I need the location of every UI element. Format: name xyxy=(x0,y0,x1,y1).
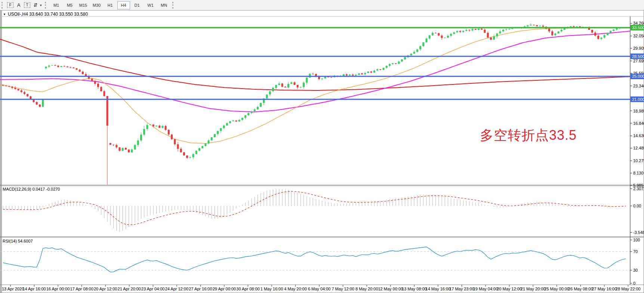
candle-body xyxy=(208,141,210,144)
candle-body xyxy=(478,29,480,30)
candle-body xyxy=(281,83,283,87)
dropdown-caret-icon[interactable]: ▾ xyxy=(40,3,42,7)
time-axis-label: 21 May 20:00 xyxy=(521,287,546,291)
candle-body xyxy=(349,75,351,75)
candle-body xyxy=(487,33,489,38)
font-tool-icon[interactable]: A xyxy=(15,1,22,9)
candle-body xyxy=(48,66,50,67)
candle-body xyxy=(275,85,277,88)
timeframe-button-m15[interactable]: M15 xyxy=(77,1,90,9)
candle-body xyxy=(413,52,415,54)
candle-body xyxy=(134,145,136,149)
toolbar-end-drag-handle[interactable] xyxy=(172,2,175,9)
timeframe-button-h4[interactable]: H4 xyxy=(117,1,130,9)
candle-body xyxy=(36,102,38,105)
candle-body xyxy=(284,87,286,87)
candle-body xyxy=(189,157,191,158)
candle-body xyxy=(346,74,348,75)
time-axis-label: 14 May 16:00 xyxy=(426,287,451,291)
candle-body xyxy=(241,118,243,120)
time-axis-label: 1 May 16:00 xyxy=(261,287,283,291)
candle-body xyxy=(143,129,145,135)
symbol-ohlc-header: ▼ USOil-,H4 33.640 33.740 33.550 33.580 xyxy=(3,12,88,17)
candle-body xyxy=(161,126,163,128)
candle-body xyxy=(364,73,366,74)
candle-body xyxy=(484,30,486,33)
candle-body xyxy=(220,128,222,131)
candle-body xyxy=(303,83,305,87)
timeframe-button-m30[interactable]: M30 xyxy=(90,1,103,9)
chart-annotation-text: 多空转折点33.5 xyxy=(480,126,577,145)
timeframe-button-w1[interactable]: W1 xyxy=(144,1,157,9)
candle-body xyxy=(70,67,71,68)
candle-body xyxy=(177,144,179,149)
timeframe-button-m1[interactable]: M1 xyxy=(50,1,63,9)
timeframe-group-drag-handle[interactable] xyxy=(45,2,47,9)
candle-body xyxy=(551,31,553,35)
timeframe-button-d1[interactable]: D1 xyxy=(131,1,144,9)
macd-tick-label: 2.3072 xyxy=(633,186,644,191)
price-line-label: 25.000 xyxy=(632,74,644,78)
rsi-tick-label: 70 xyxy=(633,249,638,254)
timeframe-button-h1[interactable]: H1 xyxy=(104,1,117,9)
candle-body xyxy=(600,38,602,39)
text-label-tool-icon[interactable]: T xyxy=(24,2,30,8)
candle-body xyxy=(272,88,274,91)
time-axis-label: 8 May 20:00 xyxy=(355,287,378,291)
timeframe-button-mn[interactable]: MN xyxy=(158,1,170,9)
time-axis-label: 23 Apr 04:00 xyxy=(141,287,164,291)
candle-body xyxy=(180,149,182,152)
candle-body xyxy=(511,28,513,29)
candle-body xyxy=(392,63,394,64)
candle-body xyxy=(11,87,13,88)
price-tick-label: 8.130 xyxy=(633,171,644,175)
price-line-label: 28.500 xyxy=(632,54,644,59)
timeframe-button-m5[interactable]: M5 xyxy=(64,1,76,9)
arrange-icon[interactable]: ⇵ xyxy=(32,1,39,9)
price-line-label: 33.500 xyxy=(632,25,644,30)
candle-body xyxy=(321,78,323,79)
candle-body xyxy=(447,36,449,38)
candle-body xyxy=(607,33,608,35)
candle-body xyxy=(462,31,464,32)
candle-body xyxy=(18,89,19,90)
candle-body xyxy=(432,33,434,36)
candle-body xyxy=(125,148,127,150)
candle-body xyxy=(229,121,231,123)
candle-body xyxy=(490,37,492,40)
candle-body xyxy=(39,105,41,107)
macd-tick-label: -3.5484 xyxy=(633,230,644,235)
candle-body xyxy=(502,30,504,31)
candle-body xyxy=(278,83,280,85)
candle-body xyxy=(570,26,571,27)
candle-body xyxy=(251,111,253,113)
candle-body xyxy=(398,62,400,64)
candle-body xyxy=(306,78,308,83)
candle-body xyxy=(223,126,225,128)
candle-body xyxy=(100,87,102,91)
candle-body xyxy=(165,126,167,130)
candle-body xyxy=(410,54,412,56)
candle-body xyxy=(152,124,154,126)
candle-body xyxy=(548,29,550,31)
toolbar-drag-handle[interactable] xyxy=(1,2,4,9)
candle-body xyxy=(597,36,599,39)
candle-body xyxy=(238,120,240,121)
candle-body xyxy=(576,27,578,27)
candle-body xyxy=(508,29,510,29)
candle-body xyxy=(373,71,375,73)
time-axis-label: 27 Apr 16:00 xyxy=(189,287,212,291)
candle-body xyxy=(2,85,4,86)
chart-shift-icon[interactable]: F xyxy=(7,2,13,8)
chart-window-background xyxy=(0,10,644,293)
candle-body xyxy=(73,68,74,68)
time-axis-label: 17 May 23:00 xyxy=(449,287,474,291)
candle-body xyxy=(429,36,431,39)
price-tick-label: 14.630 xyxy=(633,133,644,138)
candle-body xyxy=(57,66,59,67)
collapse-triangle-icon[interactable]: ▼ xyxy=(3,13,6,16)
candle-body xyxy=(438,33,440,36)
chart-canvas[interactable]: 34.26032.05029.90527.69525.55023.34018.9… xyxy=(0,0,644,293)
candle-body xyxy=(266,95,268,98)
candle-body xyxy=(257,107,259,110)
